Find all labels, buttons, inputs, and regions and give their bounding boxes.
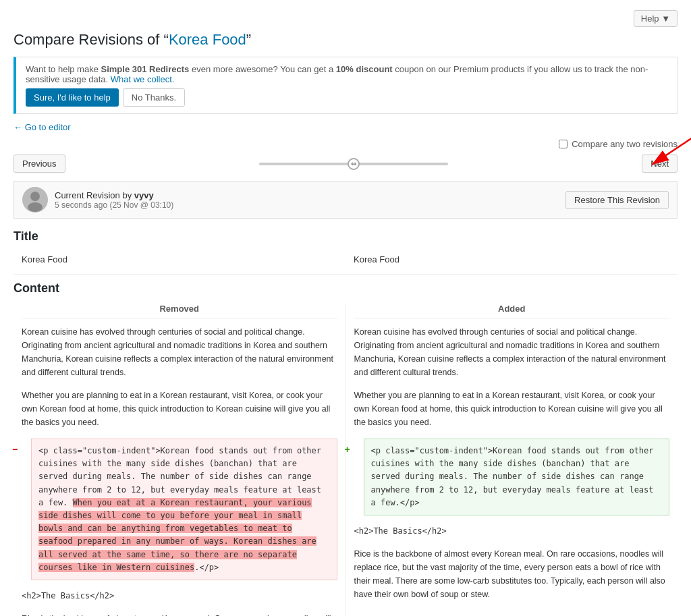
go-editor-link[interactable]: Go to editor xyxy=(13,122,71,132)
minus-marker: − xyxy=(12,444,18,455)
page-title-link[interactable]: Korea Food xyxy=(169,31,246,48)
help-button[interactable]: Help ▼ xyxy=(634,10,678,27)
svg-point-3 xyxy=(30,192,40,201)
added-header: Added xyxy=(354,304,670,318)
left-para1: Korean cuisine has evolved through centu… xyxy=(22,325,337,379)
content-heading: Content xyxy=(13,281,678,296)
content-section: Content Removed Korean cuisine has evolv… xyxy=(13,281,678,616)
previous-button[interactable]: Previous xyxy=(13,155,65,173)
highlight-removed: When you eat at a Korean restaurant, you… xyxy=(38,498,316,572)
removed-header: Removed xyxy=(22,304,337,318)
right-para1: Korean cuisine has evolved through centu… xyxy=(354,325,670,379)
diff-col-right: Added Korean cuisine has evolved through… xyxy=(346,304,678,616)
title-right: Korea Food xyxy=(346,252,678,267)
next-button[interactable]: Next xyxy=(642,155,678,173)
left-h2: <h2>The Basics</h2> xyxy=(22,590,337,603)
diff-columns: Removed Korean cuisine has evolved throu… xyxy=(13,304,678,616)
title-heading: Title xyxy=(13,229,678,244)
notice-link[interactable]: What we collect. xyxy=(111,74,175,84)
slider-thumb[interactable]: ⇔ xyxy=(348,158,360,170)
added-block-wrapper: + <p class="custom-indent">Korean food s… xyxy=(354,439,670,515)
restore-button[interactable]: Restore This Revision xyxy=(565,191,669,209)
notice-text: Want to help make Simple 301 Redirects e… xyxy=(26,64,667,84)
nothanks-button[interactable]: No Thanks. xyxy=(123,88,185,107)
left-para2: Whether you are planning to eat in a Kor… xyxy=(22,389,337,429)
notice-bar: Want to help make Simple 301 Redirects e… xyxy=(13,57,678,114)
plus-marker: + xyxy=(345,444,350,455)
removed-block-wrapper: − <p class="custom-indent">Korean food s… xyxy=(22,439,337,580)
right-para2: Whether you are planning to eat in a Kor… xyxy=(354,389,670,429)
added-block: <p class="custom-indent">Korean food sta… xyxy=(364,439,670,515)
avatar xyxy=(22,187,48,213)
slider-track[interactable]: ⇔ xyxy=(259,163,448,165)
title-left: Korea Food xyxy=(13,252,346,267)
removed-block: <p class="custom-indent">Korean food sta… xyxy=(31,439,337,580)
title-section: Title Korea Food Korea Food xyxy=(13,229,678,267)
page-title: Compare Revisions of “Korea Food” xyxy=(13,31,678,49)
title-row: Korea Food Korea Food xyxy=(13,252,678,267)
slider-area: ⇔ xyxy=(65,163,642,165)
left-para3: Rice is the backbone of almost every Kor… xyxy=(22,612,337,616)
right-para3: Rice is the backbone of almost every Kor… xyxy=(354,547,670,601)
nav-row: Previous ⇔ Next xyxy=(13,155,678,173)
right-h2: <h2>The Basics</h2> xyxy=(354,525,670,538)
compare-label: Compare any two revisions xyxy=(559,139,678,149)
revision-meta: Current Revision by vyvy 5 seconds ago (… xyxy=(55,190,173,210)
sure-button[interactable]: Sure, I'd like to help xyxy=(26,88,119,107)
diff-col-left: Removed Korean cuisine has evolved throu… xyxy=(13,304,346,616)
revision-info-bar: Current Revision by vyvy 5 seconds ago (… xyxy=(13,181,678,219)
svg-point-4 xyxy=(28,202,43,212)
compare-checkbox[interactable] xyxy=(559,140,568,148)
